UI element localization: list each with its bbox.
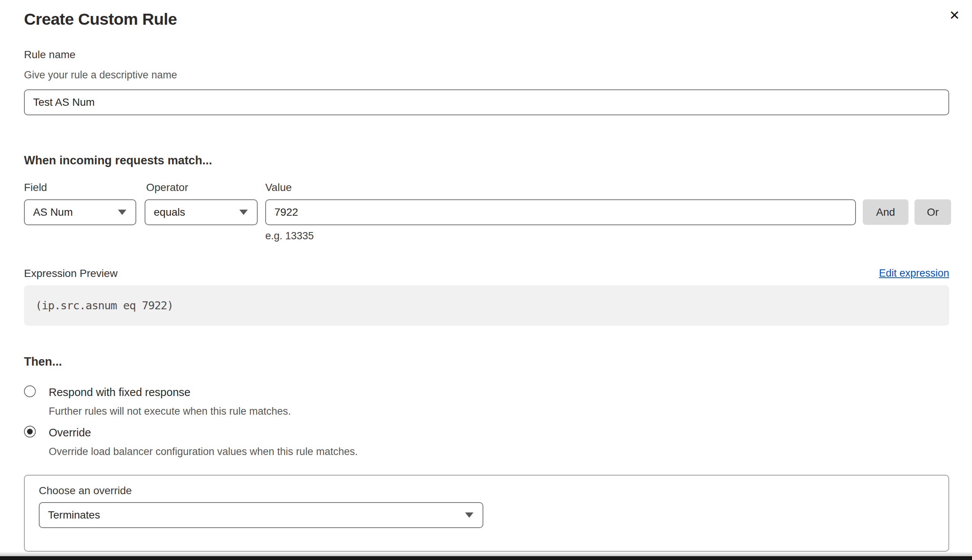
radio-override-description: Override load balancer configuration val… [49, 446, 358, 458]
then-heading: Then... [24, 355, 62, 368]
close-icon[interactable]: ✕ [946, 7, 963, 23]
window-bottom-shadow [0, 552, 972, 556]
and-button[interactable]: And [863, 199, 909, 225]
chevron-down-icon [118, 210, 126, 215]
edit-expression-link[interactable]: Edit expression [879, 267, 949, 279]
radio-override-label[interactable]: Override [49, 427, 91, 439]
radio-override[interactable] [24, 426, 36, 438]
expression-code: (ip.src.asnum eq 7922) [35, 299, 173, 312]
override-label: Choose an override [39, 485, 132, 497]
rule-name-description: Give your rule a descriptive name [24, 69, 177, 81]
chevron-down-icon [465, 512, 473, 518]
radio-selected-dot [27, 429, 33, 435]
operator-select[interactable]: equals [145, 199, 258, 225]
expression-preview-box: (ip.src.asnum eq 7922) [24, 285, 949, 326]
value-input[interactable] [265, 199, 856, 225]
override-panel: Choose an override Terminates [24, 475, 949, 552]
match-heading: When incoming requests match... [24, 154, 212, 167]
value-hint: e.g. 13335 [265, 230, 314, 242]
value-label: Value [265, 182, 292, 193]
field-label: Field [24, 182, 47, 193]
page-title: Create Custom Rule [24, 10, 177, 28]
rule-name-label: Rule name [24, 49, 75, 61]
override-select-value: Terminates [48, 509, 100, 521]
rule-name-input[interactable] [24, 89, 949, 115]
or-button[interactable]: Or [915, 199, 951, 225]
radio-fixed-response-description: Further rules will not execute when this… [49, 405, 291, 417]
chevron-down-icon [239, 210, 248, 215]
operator-select-value: equals [154, 206, 185, 218]
window-bottom-edge [0, 556, 972, 560]
override-select[interactable]: Terminates [39, 502, 483, 528]
field-select[interactable]: AS Num [24, 199, 136, 225]
field-select-value: AS Num [33, 206, 73, 218]
radio-fixed-response[interactable] [24, 385, 36, 397]
radio-fixed-response-label[interactable]: Respond with fixed response [49, 386, 190, 399]
operator-label: Operator [146, 182, 188, 193]
expression-preview-label: Expression Preview [24, 267, 118, 280]
